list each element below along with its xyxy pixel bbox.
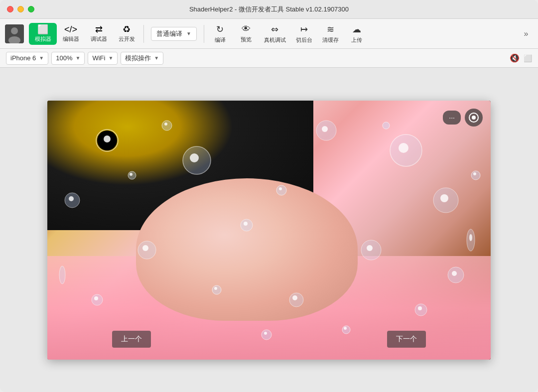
- window-resize-icon[interactable]: ⬜: [524, 54, 532, 62]
- debugger-icon: ⇄: [95, 25, 103, 34]
- operation-select[interactable]: 模拟操作 ▼: [121, 52, 163, 65]
- svg-point-45: [467, 229, 475, 251]
- svg-point-42: [383, 122, 390, 129]
- compile-dropdown[interactable]: 普通编译 ▼: [151, 27, 197, 41]
- clear-cache-button[interactable]: ≋ 清缓存: [317, 22, 344, 46]
- upload-label: 上传: [351, 36, 362, 44]
- simulator-icon: ⬜: [37, 25, 48, 34]
- editor-button[interactable]: </> 编辑器: [57, 23, 85, 45]
- maximize-button[interactable]: [28, 6, 34, 12]
- upload-button[interactable]: ☁ 上传: [344, 22, 370, 46]
- network-select[interactable]: WiFi ▼: [88, 52, 118, 65]
- real-debug-button[interactable]: ⇔ 真机调试: [259, 22, 291, 46]
- real-debug-label: 真机调试: [264, 36, 286, 44]
- volume-icon[interactable]: 🔇: [510, 53, 520, 63]
- clear-cache-icon: ≋: [327, 24, 334, 35]
- cloud-icon: ♻: [123, 25, 131, 34]
- clear-cache-label: 清缓存: [322, 36, 339, 44]
- simulator-label: 模拟器: [35, 35, 51, 43]
- svg-point-8: [316, 121, 336, 140]
- operation-label: 模拟操作: [125, 54, 151, 63]
- cloud-button[interactable]: ♻ 云开发: [113, 23, 140, 45]
- simulator-button[interactable]: ⬜ 模拟器: [29, 23, 57, 45]
- svg-point-13: [440, 194, 448, 202]
- preview-button[interactable]: 👁 预览: [233, 22, 259, 45]
- zoom-label: 100%: [56, 54, 72, 62]
- svg-point-1: [11, 27, 18, 34]
- main-content: ··· 上一个 下一个: [0, 68, 538, 392]
- next-button[interactable]: 下一个: [387, 331, 426, 348]
- record-button[interactable]: [465, 109, 483, 127]
- separator-2: [204, 25, 204, 43]
- operation-chevron-icon: ▼: [154, 55, 159, 61]
- simulator-image: ··· 上一个 下一个: [47, 101, 491, 360]
- sub-right-controls: 🔇 ⬜: [510, 53, 532, 63]
- title-bar: ShaderHelper2 - 微信开发者工具 Stable v1.02.190…: [0, 0, 538, 19]
- device-chevron-icon: ▼: [39, 55, 44, 61]
- zoom-select[interactable]: 100% ▼: [51, 52, 85, 65]
- svg-point-12: [433, 188, 458, 213]
- prev-button[interactable]: 上一个: [112, 331, 151, 348]
- svg-point-36: [471, 171, 480, 180]
- zoom-chevron-icon: ▼: [75, 55, 80, 61]
- cut-backend-button[interactable]: ↦ 切后台: [291, 22, 317, 46]
- avatar[interactable]: [5, 24, 24, 43]
- network-chevron-icon: ▼: [108, 55, 113, 61]
- avatar-image: [5, 24, 24, 43]
- record-dot: [472, 116, 476, 120]
- svg-point-9: [322, 126, 328, 132]
- compile-button[interactable]: ↻ 编译: [207, 22, 233, 46]
- debugger-button[interactable]: ⇄ 调试器: [85, 23, 113, 45]
- face-area: [136, 178, 358, 321]
- svg-point-46: [469, 234, 472, 241]
- debugger-label: 调试器: [91, 35, 107, 43]
- device-select[interactable]: iPhone 6 ▼: [6, 52, 48, 65]
- editor-label: 编辑器: [63, 35, 79, 43]
- svg-point-37: [473, 172, 476, 175]
- editor-icon: </>: [64, 25, 77, 34]
- svg-point-11: [399, 143, 408, 153]
- prev-label: 上一个: [121, 335, 142, 343]
- close-button[interactable]: [7, 6, 13, 12]
- upload-icon: ☁: [352, 24, 361, 35]
- cut-backend-label: 切后台: [296, 36, 312, 44]
- more-button[interactable]: »: [519, 27, 533, 41]
- simulator-controls: ···: [443, 109, 483, 127]
- svg-point-10: [390, 134, 422, 166]
- compile-label: 编译: [215, 36, 226, 44]
- separator-1: [143, 25, 144, 43]
- compile-icon: ↻: [216, 24, 224, 35]
- device-label: iPhone 6: [10, 54, 36, 62]
- network-label: WiFi: [92, 54, 105, 62]
- record-icon: [469, 113, 479, 123]
- sub-toolbar: iPhone 6 ▼ 100% ▼ WiFi ▼ 模拟操作 ▼ 🔇 ⬜: [0, 49, 538, 68]
- compile-option-label: 普通编译: [156, 29, 182, 38]
- cut-backend-icon: ↦: [300, 24, 308, 35]
- preview-icon: 👁: [242, 24, 251, 34]
- cloud-label: 云开发: [119, 35, 135, 43]
- real-debug-icon: ⇔: [271, 24, 278, 35]
- minimize-button[interactable]: [17, 6, 24, 12]
- simulator-container: ··· 上一个 下一个: [47, 101, 491, 360]
- main-toolbar: ⬜ 模拟器 </> 编辑器 ⇄ 调试器 ♻ 云开发 普通编译 ▼ ↻ 编译 👁 …: [0, 19, 538, 49]
- next-label: 下一个: [396, 335, 417, 343]
- window-title: ShaderHelper2 - 微信开发者工具 Stable v1.02.190…: [189, 5, 349, 14]
- preview-label: 预览: [241, 36, 252, 43]
- svg-point-21: [367, 245, 373, 251]
- chevron-down-icon: ▼: [186, 31, 191, 36]
- window-controls[interactable]: [7, 6, 34, 12]
- dots-button[interactable]: ···: [443, 111, 461, 125]
- dots-label: ···: [449, 114, 455, 122]
- more-icon: »: [524, 29, 529, 38]
